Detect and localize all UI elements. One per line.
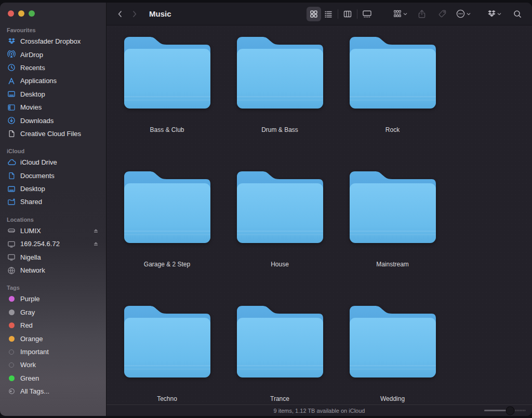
sidebar-item-label: All Tags... [20, 387, 49, 395]
sidebar-item-creative-cloud-files[interactable]: Creative Cloud Files [0, 127, 106, 140]
slider-knob[interactable] [506, 407, 514, 414]
status-bar: 9 items, 1.12 TB available on iCloud [107, 404, 532, 416]
sidebar-item-label: Applications [20, 77, 57, 85]
sidebar-item-nigella[interactable]: Nigella [0, 250, 106, 263]
section-title: iCloud [0, 146, 106, 156]
group-button[interactable] [393, 7, 407, 21]
sidebar-item-desktop[interactable]: Desktop [0, 88, 106, 101]
finder-window: Favourites Crossfader Dropbox AirDrop Re… [0, 3, 532, 416]
folder-item[interactable]: Drum & Bass [223, 33, 336, 167]
shared-folder-icon [7, 198, 16, 206]
sidebar-item-tag-important[interactable]: Important [0, 345, 106, 358]
sidebar-item-network[interactable]: Network [0, 264, 106, 277]
search-button[interactable] [510, 7, 525, 21]
sidebar-section-favourites: Favourites Crossfader Dropbox AirDrop Re… [0, 25, 106, 140]
sidebar-item-tag-purple[interactable]: Purple [0, 292, 106, 305]
sidebar-item-airdrop[interactable]: AirDrop [0, 48, 106, 61]
sidebar-item-tag-work[interactable]: Work [0, 358, 106, 371]
chevron-right-icon [130, 9, 139, 19]
folder-item[interactable]: Mainstream [336, 167, 449, 302]
gallery-view-icon [362, 9, 372, 19]
clock-icon [7, 63, 16, 72]
list-view-button[interactable] [321, 7, 336, 21]
folder-icon [122, 167, 212, 244]
tag-color-icon [7, 348, 16, 356]
more-button[interactable] [456, 7, 471, 21]
sidebar-item-label: Green [20, 374, 39, 382]
folder-label: Techno [157, 395, 177, 403]
sidebar-item-label: Movies [20, 103, 42, 111]
cloud-icon [7, 158, 16, 167]
folder-label: Mainstream [376, 260, 409, 268]
sidebar-item-crossfader-dropbox[interactable]: Crossfader Dropbox [0, 35, 106, 48]
minimize-button[interactable] [18, 10, 24, 17]
sidebar-item-label: Downloads [20, 117, 54, 125]
sidebar-item-label: Network [20, 266, 45, 274]
zoom-button[interactable] [29, 10, 35, 17]
tag-icon [438, 9, 447, 19]
folder-label: Rock [385, 126, 400, 134]
gallery-view-button[interactable] [360, 7, 374, 21]
sidebar-item-169-254-6-72[interactable]: 169.254.6.72 [0, 237, 106, 250]
eject-icon[interactable] [92, 240, 99, 247]
sidebar-item-label: iCloud Drive [20, 158, 57, 166]
sidebar-item-icloud-drive[interactable]: iCloud Drive [0, 156, 106, 169]
columns-view-icon [343, 9, 352, 19]
column-view-button[interactable] [340, 7, 355, 21]
applications-icon [7, 77, 16, 85]
tags-button [435, 7, 450, 21]
dropbox-icon [487, 9, 496, 18]
folder-item[interactable]: Bass & Club [111, 33, 223, 167]
sidebar-item-lumix[interactable]: LUMIX [0, 224, 106, 237]
sidebar-item-tag-gray[interactable]: Gray [0, 306, 106, 319]
sidebar-item-applications[interactable]: Applications [0, 74, 106, 87]
sidebar-item-downloads[interactable]: Downloads [0, 114, 106, 127]
list-view-icon [324, 9, 333, 19]
sidebar-item-tag-orange[interactable]: Orange [0, 332, 106, 345]
icon-view-button[interactable] [307, 7, 321, 21]
document-icon [7, 129, 16, 138]
folder-item[interactable]: Rock [336, 33, 449, 167]
folder-item[interactable]: Trance [223, 302, 336, 404]
sidebar-item-movies[interactable]: Movies [0, 101, 106, 114]
back-button[interactable] [113, 7, 127, 21]
share-button [415, 7, 429, 21]
folder-item[interactable]: Techno [111, 302, 223, 404]
sidebar-item-label: Gray [20, 308, 35, 316]
document-icon [7, 171, 16, 180]
slider-track[interactable] [484, 410, 526, 411]
dropbox-toolbar-button[interactable] [487, 7, 502, 21]
forward-button[interactable] [127, 7, 142, 21]
chevron-left-icon [115, 9, 125, 19]
toolbar: Music [107, 3, 532, 25]
ellipsis-circle-icon [456, 9, 466, 19]
toolbar-separator [338, 9, 338, 19]
grid-view-icon [309, 9, 318, 19]
tag-color-icon [7, 361, 16, 369]
section-title: Locations [0, 215, 106, 224]
sidebar-item-label: Recents [20, 64, 45, 72]
folder-item[interactable]: House [223, 167, 336, 302]
sidebar-item-shared[interactable]: Shared [0, 195, 106, 208]
folder-label: Garage & 2 Step [144, 260, 190, 268]
icon-size-slider[interactable] [484, 407, 526, 415]
desktop-icon [7, 185, 16, 193]
folder-icon [348, 302, 438, 379]
sidebar-item-documents[interactable]: Documents [0, 169, 106, 182]
sidebar-item-all-tags[interactable]: All Tags... [0, 385, 106, 398]
sidebar-section-tags: Tags Purple Gray Red Orange [0, 283, 106, 398]
folder-item[interactable]: Garage & 2 Step [111, 167, 223, 302]
sidebar-item-label: Creative Cloud Files [20, 130, 81, 138]
close-button[interactable] [8, 10, 14, 17]
chevron-down-icon [466, 11, 471, 17]
status-text: 9 items, 1.12 TB available on iCloud [274, 408, 365, 414]
folder-item[interactable]: Wedding [336, 302, 449, 404]
eject-icon[interactable] [92, 227, 99, 234]
sidebar-item-tag-green[interactable]: Green [0, 372, 106, 385]
sidebar-item-recents[interactable]: Recents [0, 61, 106, 74]
sidebar-item-desktop-icloud[interactable]: Desktop [0, 182, 106, 195]
disk-icon [7, 226, 16, 235]
folder-label: House [271, 260, 289, 268]
sidebar-item-label: Work [20, 361, 36, 369]
sidebar-item-tag-red[interactable]: Red [0, 319, 106, 332]
